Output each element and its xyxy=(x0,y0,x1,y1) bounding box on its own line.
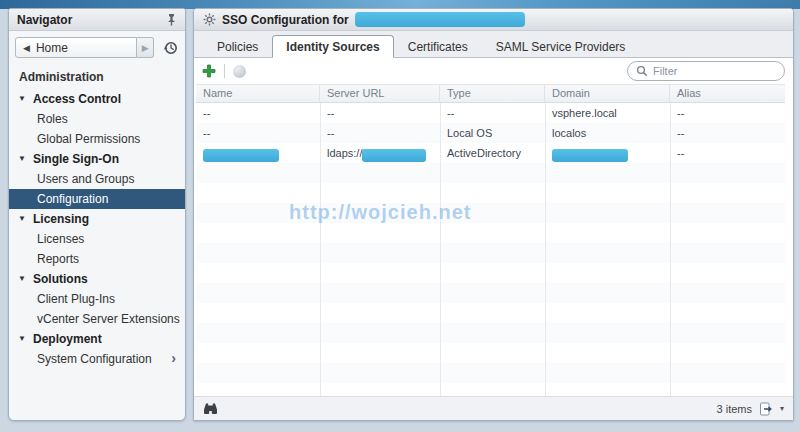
sidebar-item-label: Users and Groups xyxy=(37,172,134,186)
sidebar-item-single-sign-on[interactable]: ▼Single Sign-On xyxy=(9,149,185,169)
main-panel: SSO Configuration for PoliciesIdentity S… xyxy=(193,8,794,421)
sidebar-item-label: Roles xyxy=(37,112,68,126)
sidebar-item-label: Client Plug-Ins xyxy=(37,292,115,306)
sidebar-item-label: vCenter Server Extensions xyxy=(37,312,180,326)
sidebar-item-system-configuration[interactable]: System Configuration› xyxy=(9,349,185,369)
cell-name xyxy=(196,143,320,163)
column-header-server-url[interactable]: Server URL xyxy=(320,85,440,102)
navigator-panel: Navigator ◀ Home ▶ Administration ▼Acces… xyxy=(8,8,186,421)
sidebar-item-global-permissions[interactable]: Global Permissions xyxy=(9,129,185,149)
collapse-arrow-icon[interactable]: ▼ xyxy=(18,269,26,289)
column-header-type[interactable]: Type xyxy=(440,85,545,102)
tab-certificates[interactable]: Certificates xyxy=(394,35,482,58)
navigator-header: Navigator xyxy=(9,9,185,31)
nav-tree: ▼Access ControlRolesGlobal Permissions▼S… xyxy=(9,89,185,369)
identity-sources-content: ▾ NameServer URLTypeDomainAlias ------vs… xyxy=(194,58,793,420)
tab-bar: PoliciesIdentity SourcesCertificatesSAML… xyxy=(194,31,793,58)
sidebar-item-label: Single Sign-On xyxy=(33,152,119,166)
set-default-domain-button-disabled[interactable] xyxy=(233,65,246,78)
sidebar-item-access-control[interactable]: ▼Access Control xyxy=(9,89,185,109)
pin-icon[interactable] xyxy=(166,13,177,26)
sidebar-item-licenses[interactable]: Licenses xyxy=(9,229,185,249)
sidebar-item-client-plug-ins[interactable]: Client Plug-Ins xyxy=(9,289,185,309)
export-dropdown-caret-icon[interactable]: ▾ xyxy=(780,404,784,413)
recent-objects-button[interactable] xyxy=(163,40,179,56)
sidebar-item-deployment[interactable]: ▼Deployment xyxy=(9,329,185,349)
cell-alias: -- xyxy=(670,103,785,123)
cell-name: -- xyxy=(196,123,320,143)
table-rows: ------vsphere.local------Local OSlocalos… xyxy=(196,103,785,163)
recent-objects-clock-icon xyxy=(163,40,179,56)
main-panel-header: SSO Configuration for xyxy=(194,9,793,31)
redacted-value xyxy=(552,149,628,162)
cell-server_url: ldaps:// xyxy=(320,143,440,163)
cell-domain: localos xyxy=(545,123,670,143)
sidebar-item-licensing[interactable]: ▼Licensing xyxy=(9,209,185,229)
collapse-arrow-icon[interactable]: ▼ xyxy=(18,209,26,229)
navigator-title: Navigator xyxy=(17,13,72,27)
collapse-arrow-icon[interactable]: ▼ xyxy=(18,89,26,109)
add-identity-source-button[interactable] xyxy=(202,64,216,78)
redacted-value xyxy=(203,149,279,162)
cell-domain xyxy=(545,143,670,163)
table-header: NameServer URLTypeDomainAlias xyxy=(196,84,785,103)
sidebar-item-configuration[interactable]: Configuration xyxy=(9,189,185,209)
filter-control[interactable]: ▾ xyxy=(627,61,785,81)
cell-type: -- xyxy=(440,103,545,123)
sidebar-item-users-and-groups[interactable]: Users and Groups xyxy=(9,169,185,189)
navigation-controls: ◀ Home ▶ xyxy=(9,31,185,62)
filter-input[interactable] xyxy=(653,65,795,77)
sidebar-item-label: Reports xyxy=(37,252,79,266)
redacted-title-value xyxy=(355,12,525,27)
tab-identity-sources[interactable]: Identity Sources xyxy=(272,35,393,58)
magnifier-icon xyxy=(636,65,648,77)
forward-button[interactable]: ▶ xyxy=(137,37,154,58)
column-header-alias[interactable]: Alias xyxy=(670,85,785,102)
cell-alias: -- xyxy=(670,143,785,163)
items-count: 3 items xyxy=(717,403,752,415)
gear-icon xyxy=(203,13,216,26)
sidebar-item-label: Access Control xyxy=(33,92,121,106)
sidebar-item-label: Licenses xyxy=(37,232,84,246)
chevron-right-icon[interactable]: › xyxy=(171,348,176,368)
sidebar-item-label: Deployment xyxy=(33,332,102,346)
export-icon[interactable] xyxy=(759,402,773,416)
table-row[interactable]: ldaps://ActiveDirectory-- xyxy=(196,143,785,163)
cell-type: Local OS xyxy=(440,123,545,143)
tab-policies[interactable]: Policies xyxy=(203,35,272,58)
sidebar-item-vcenter-server-extensions[interactable]: vCenter Server Extensions xyxy=(9,309,185,329)
toolbar-separator xyxy=(224,64,225,78)
status-bar: 3 items ▾ xyxy=(194,396,793,420)
forward-arrow-icon: ▶ xyxy=(142,43,149,53)
toolbar: ▾ xyxy=(194,58,793,84)
sidebar-item-label: Licensing xyxy=(33,212,89,226)
sidebar-item-label: Global Permissions xyxy=(37,132,140,146)
page-title: SSO Configuration for xyxy=(222,13,349,27)
collapse-arrow-icon[interactable]: ▼ xyxy=(18,149,26,169)
sidebar-item-label: System Configuration xyxy=(37,352,152,366)
sidebar-item-solutions[interactable]: ▼Solutions xyxy=(9,269,185,289)
section-label-administration: Administration xyxy=(9,62,185,89)
collapse-arrow-icon[interactable]: ▼ xyxy=(18,329,26,349)
identity-sources-table: NameServer URLTypeDomainAlias ------vsph… xyxy=(196,84,785,396)
back-arrow-icon[interactable]: ◀ xyxy=(23,43,30,53)
column-header-domain[interactable]: Domain xyxy=(545,85,670,102)
sidebar-item-label: Solutions xyxy=(33,272,88,286)
sidebar-item-reports[interactable]: Reports xyxy=(9,249,185,269)
table-row[interactable]: ----Local OSlocalos-- xyxy=(196,123,785,143)
cell-server_url: -- xyxy=(320,103,440,123)
cell-type: ActiveDirectory xyxy=(440,143,545,163)
sidebar-item-label: Configuration xyxy=(37,192,108,206)
sidebar-item-roles[interactable]: Roles xyxy=(9,109,185,129)
column-header-name[interactable]: Name xyxy=(196,85,320,102)
binoculars-find-icon[interactable] xyxy=(203,402,218,415)
home-label: Home xyxy=(36,41,68,55)
watermark: http://wojcieh.net xyxy=(289,201,471,224)
cell-server_url: -- xyxy=(320,123,440,143)
cell-domain: vsphere.local xyxy=(545,103,670,123)
redacted-value xyxy=(362,149,426,162)
table-row[interactable]: ------vsphere.local-- xyxy=(196,103,785,123)
tab-saml-service-providers[interactable]: SAML Service Providers xyxy=(482,35,640,58)
home-breadcrumb[interactable]: ◀ Home xyxy=(15,37,137,58)
cell-name: -- xyxy=(196,103,320,123)
